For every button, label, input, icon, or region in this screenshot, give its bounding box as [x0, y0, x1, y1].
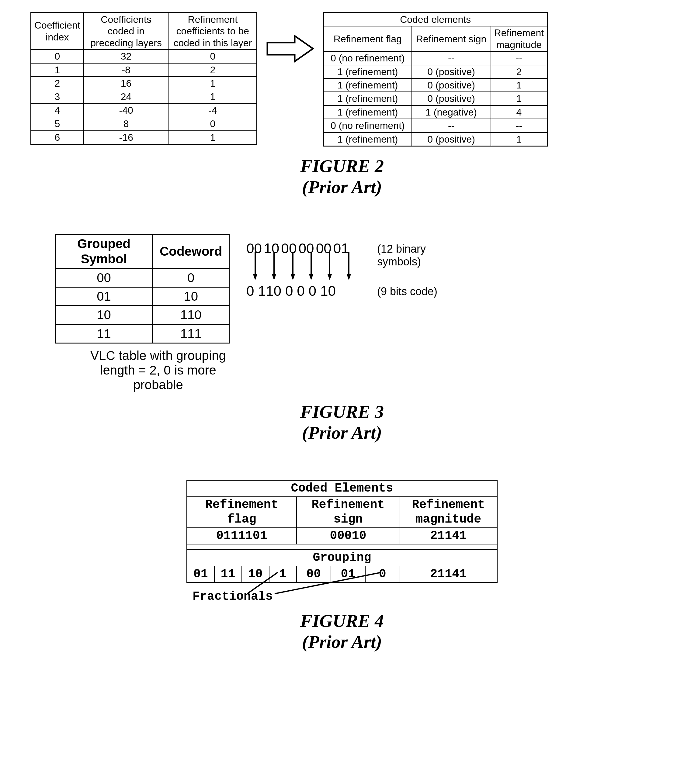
- note-binary-symbols: (12 binary symbols): [377, 243, 453, 268]
- fig3-caption: FIGURE 3 (Prior Art): [31, 401, 653, 443]
- fig2-cell: 0 (no refinement): [324, 119, 412, 132]
- fig2-cell: 0: [31, 50, 84, 63]
- fig2-cell: 3: [31, 90, 84, 103]
- fig2-cell: -8: [84, 63, 169, 77]
- fig4-h2: Refinement magnitude: [400, 497, 497, 528]
- arrow-down-icon: [346, 252, 352, 281]
- table-row: 000: [55, 269, 229, 287]
- fig4-cell: 21141: [400, 566, 497, 583]
- svg-marker-3: [272, 274, 276, 280]
- svg-marker-7: [309, 274, 313, 280]
- fractionals-label: Fractionals: [192, 590, 273, 604]
- arrow-down-icon: [252, 252, 258, 281]
- vlc-cell: 111: [153, 324, 229, 343]
- fig2-right-h2: Refinement magnitude: [491, 26, 547, 52]
- svg-marker-9: [327, 274, 332, 280]
- svg-line-13: [275, 572, 381, 594]
- fig2-cell: 0: [169, 50, 257, 63]
- fig2-cell: 24: [84, 90, 169, 103]
- table-row: 0 (no refinement)----: [324, 119, 547, 132]
- table-row: 11111: [55, 324, 229, 343]
- figure-4: Coded Elements Refinement flag Refinemen…: [31, 480, 653, 583]
- fig2-cell: 2: [169, 63, 257, 77]
- fig2-cell: 6: [31, 131, 84, 144]
- fig2-right-h1: Refinement sign: [412, 26, 491, 52]
- fig2-left-h0: Coefficient index: [31, 13, 84, 50]
- table-row: 580: [31, 117, 257, 130]
- fig3-symbols: 001000000001 0 110 0 0 0 10 (12 binary s…: [246, 240, 453, 310]
- fig2-caption-main: FIGURE 2: [300, 156, 384, 176]
- fig2-cell: 8: [84, 117, 169, 130]
- fig2-left-h1: Coefficients coded in preceding layers: [84, 13, 169, 50]
- vlc-h1: Codeword: [153, 234, 229, 269]
- svg-marker-5: [291, 274, 295, 280]
- fig2-right-h0: Refinement flag: [324, 26, 412, 52]
- vlc-h0: Grouped Symbol: [55, 234, 153, 269]
- fig2-cell: 1: [169, 77, 257, 90]
- arrow-down-icon: [271, 252, 277, 281]
- fig2-right-title: Coded elements: [324, 13, 547, 26]
- fig2-cell: 1: [169, 90, 257, 103]
- table-row: 3241: [31, 90, 257, 103]
- fig4-title: Coded Elements: [187, 480, 497, 497]
- arrow-right-icon: [266, 34, 315, 64]
- fig2-cell: 1: [491, 92, 547, 105]
- fig4-caption-main: FIGURE 4: [300, 611, 384, 631]
- symbols-bottom: 0 110 0 0 0 10: [246, 283, 336, 299]
- fig3-caption-sub: (Prior Art): [31, 422, 653, 443]
- arrow-down-icon: [327, 252, 332, 281]
- fig2-cell: 1: [491, 132, 547, 146]
- note-bits-code: (9 bits code): [377, 285, 437, 298]
- table-row: 10110: [55, 306, 229, 324]
- fig2-cell: 1 (negative): [412, 105, 491, 119]
- vlc-table: Grouped Symbol Codeword 0000110101101111…: [55, 234, 230, 343]
- vlc-cell: 10: [55, 306, 153, 324]
- fig2-cell: 0 (positive): [412, 132, 491, 146]
- fig2-right-table: Coded elements Refinement flag Refinemen…: [323, 12, 548, 146]
- svg-marker-1: [253, 274, 257, 280]
- vlc-caption: VLC table with grouping length = 2, 0 is…: [79, 348, 237, 392]
- arrow-down-icon: [290, 252, 295, 281]
- fig2-cell: 1 (refinement): [324, 132, 412, 146]
- table-row: 0 (no refinement)----: [324, 52, 547, 65]
- table-row: 1 (refinement)1 (negative)4: [324, 105, 547, 119]
- fig4-table: Coded Elements Refinement flag Refinemen…: [186, 480, 498, 583]
- fig4-cell: 21141: [400, 528, 497, 544]
- fig2-cell: 1: [31, 63, 84, 77]
- fig2-cell: --: [412, 52, 491, 65]
- fig2-cell: 16: [84, 77, 169, 90]
- table-row: 1 (refinement)0 (positive)1: [324, 92, 547, 105]
- fig2-cell: 4: [31, 104, 84, 117]
- fig4-caption-sub: (Prior Art): [31, 631, 653, 652]
- fig2-cell: --: [491, 52, 547, 65]
- vlc-cell: 11: [55, 324, 153, 343]
- fig2-cell: 0 (positive): [412, 79, 491, 92]
- fig2-cell: 1 (refinement): [324, 65, 412, 79]
- table-row: 1 (refinement)0 (positive)1: [324, 132, 547, 146]
- fig2-cell: 5: [31, 117, 84, 130]
- vlc-cell: 110: [153, 306, 229, 324]
- fig2-cell: 1 (refinement): [324, 79, 412, 92]
- fig2-cell: 2: [31, 77, 84, 90]
- fig2-cell: --: [412, 119, 491, 132]
- fig2-cell: 0 (positive): [412, 92, 491, 105]
- table-row: 1-82: [31, 63, 257, 77]
- fig2-cell: 1: [491, 79, 547, 92]
- fig2-cell: 1: [169, 131, 257, 144]
- svg-marker-11: [347, 274, 351, 280]
- fig2-cell: 0 (positive): [412, 65, 491, 79]
- fig2-left-h2: Refinement coefficients to be coded in t…: [169, 13, 257, 50]
- table-row: 1 (refinement)0 (positive)2: [324, 65, 547, 79]
- fig3-caption-main: FIGURE 3: [300, 402, 384, 422]
- fig2-cell: 1 (refinement): [324, 92, 412, 105]
- fig2-cell: 32: [84, 50, 169, 63]
- table-row: 1 (refinement)0 (positive)1: [324, 79, 547, 92]
- fig4-cell: 0111101: [187, 528, 297, 544]
- vlc-cell: 00: [55, 269, 153, 287]
- fig4-h1: Refinement sign: [297, 497, 400, 528]
- fig2-cell: -40: [84, 104, 169, 117]
- fig2-cell: 2: [491, 65, 547, 79]
- figure-3: Grouped Symbol Codeword 0000110101101111…: [55, 234, 653, 392]
- table-row: 6-161: [31, 131, 257, 144]
- table-row: 2161: [31, 77, 257, 90]
